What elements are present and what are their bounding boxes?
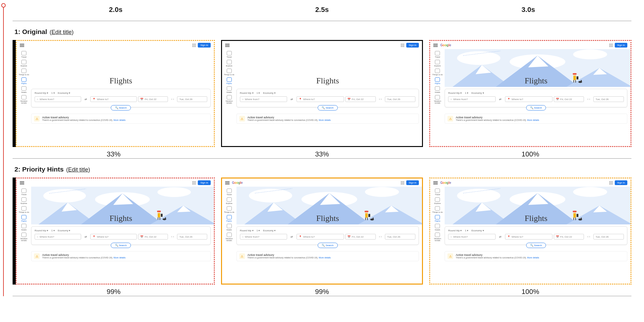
- swap-icon[interactable]: ⇄: [82, 235, 89, 238]
- return-date-field[interactable]: Tue, Oct 26: [593, 96, 624, 102]
- sidebar-item[interactable]: Flights: [18, 215, 30, 222]
- pax-chip[interactable]: 1: [51, 229, 55, 232]
- sidebar-item[interactable]: Explore: [223, 60, 235, 67]
- sidebar-item[interactable]: Things to do: [18, 206, 30, 213]
- swap-icon[interactable]: ⇄: [82, 98, 89, 101]
- search-button[interactable]: 🔍 Search: [318, 243, 338, 248]
- from-field[interactable]: ○ Where from?: [448, 234, 496, 240]
- edit-title-link[interactable]: Edit title: [66, 167, 90, 173]
- class-chip[interactable]: Economy: [58, 92, 70, 94]
- apps-icon[interactable]: [609, 43, 613, 47]
- frame-handle[interactable]: [13, 178, 16, 285]
- pax-chip[interactable]: 1: [257, 229, 260, 232]
- depart-date-field[interactable]: 📅 Fri, Oct 22: [345, 96, 376, 102]
- sidebar-item[interactable]: Explore: [18, 197, 30, 204]
- trip-type-chip[interactable]: Round trip: [240, 229, 253, 232]
- hamburger-icon[interactable]: [225, 44, 230, 47]
- search-button[interactable]: 🔍 Search: [111, 243, 131, 248]
- frame[interactable]: Google Sign in TravelExploreThings to do…: [429, 40, 631, 147]
- to-field[interactable]: 📍 Where to?: [505, 96, 552, 102]
- signin-button[interactable]: Sign in: [406, 180, 419, 185]
- class-chip[interactable]: Economy: [471, 229, 484, 232]
- apps-icon[interactable]: [401, 181, 404, 185]
- apps-icon[interactable]: [401, 43, 404, 47]
- sidebar-item[interactable]: Vacation rentals: [18, 233, 30, 241]
- advisory-more-link[interactable]: More details: [527, 257, 539, 259]
- class-chip[interactable]: Economy: [58, 229, 70, 232]
- hamburger-icon[interactable]: [225, 181, 230, 184]
- class-chip[interactable]: Economy: [471, 92, 484, 94]
- trip-type-chip[interactable]: Round trip: [35, 229, 48, 232]
- depart-date-field[interactable]: 📅 Fri, Oct 22: [554, 234, 584, 240]
- sidebar-item[interactable]: Vacation rentals: [223, 233, 235, 241]
- trip-type-chip[interactable]: Round trip: [35, 92, 48, 94]
- frame[interactable]: Google Sign in TravelExploreThings to do…: [221, 40, 423, 147]
- advisory-more-link[interactable]: More details: [527, 119, 539, 121]
- trip-type-chip[interactable]: Round trip: [448, 229, 462, 232]
- return-date-field[interactable]: Tue, Oct 26: [177, 96, 207, 102]
- signin-button[interactable]: Sign in: [406, 43, 419, 48]
- to-field[interactable]: 📍 Where to?: [297, 96, 344, 102]
- sidebar-item[interactable]: Vacation rentals: [431, 233, 443, 241]
- signin-button[interactable]: Sign in: [615, 180, 627, 185]
- sidebar-item[interactable]: Travel: [18, 51, 30, 58]
- screenshot-thumb[interactable]: Google Sign in TravelExploreThings to do…: [429, 40, 631, 147]
- trip-type-chip[interactable]: Round trip: [448, 92, 462, 94]
- frame-handle[interactable]: [13, 40, 16, 147]
- sidebar-item[interactable]: Hotels: [223, 224, 235, 231]
- sidebar-item[interactable]: Vacation rentals: [431, 95, 443, 104]
- sidebar-item[interactable]: Explore: [431, 60, 443, 67]
- sidebar-item[interactable]: Things to do: [431, 206, 443, 213]
- to-field[interactable]: 📍 Where to?: [90, 234, 137, 240]
- class-chip[interactable]: Economy: [263, 229, 276, 232]
- sidebar-item[interactable]: Explore: [223, 197, 235, 204]
- sidebar-item[interactable]: Hotels: [223, 86, 235, 93]
- hamburger-icon[interactable]: [20, 181, 24, 184]
- depart-date-field[interactable]: 📅 Fri, Oct 22: [138, 96, 168, 102]
- sidebar-item[interactable]: Vacation rentals: [223, 95, 235, 104]
- to-field[interactable]: 📍 Where to?: [297, 234, 344, 240]
- trip-type-chip[interactable]: Round trip: [240, 92, 253, 94]
- swap-icon[interactable]: ⇄: [497, 235, 504, 238]
- to-field[interactable]: 📍 Where to?: [505, 234, 552, 240]
- from-field[interactable]: ○ Where from?: [35, 234, 81, 240]
- swap-icon[interactable]: ⇄: [288, 98, 295, 101]
- search-button[interactable]: 🔍 Search: [526, 105, 546, 110]
- from-field[interactable]: ○ Where from?: [448, 96, 496, 102]
- screenshot-thumb[interactable]: Google Sign in TravelExploreThings to do…: [221, 178, 423, 285]
- sidebar-item[interactable]: Hotels: [431, 86, 443, 93]
- depart-date-field[interactable]: 📅 Fri, Oct 22: [345, 234, 376, 240]
- sidebar-item[interactable]: Explore: [431, 197, 443, 204]
- sidebar-item[interactable]: Hotels: [18, 224, 30, 231]
- frame[interactable]: Google Sign in TravelExploreThings to do…: [13, 178, 215, 285]
- apps-icon[interactable]: [609, 181, 613, 185]
- search-button[interactable]: 🔍 Search: [318, 105, 338, 110]
- depart-date-field[interactable]: 📅 Fri, Oct 22: [138, 234, 168, 240]
- pax-chip[interactable]: 1: [257, 92, 260, 94]
- from-field[interactable]: ○ Where from?: [240, 96, 287, 102]
- return-date-field[interactable]: Tue, Oct 26: [177, 234, 207, 240]
- sidebar-item[interactable]: Flights: [431, 215, 443, 222]
- screenshot-thumb[interactable]: Google Sign in TravelExploreThings to do…: [221, 40, 423, 147]
- signin-button[interactable]: Sign in: [198, 43, 210, 48]
- frame[interactable]: Google Sign in TravelExploreThings to do…: [13, 40, 215, 147]
- class-chip[interactable]: Economy: [263, 92, 276, 94]
- pax-chip[interactable]: 1: [465, 92, 468, 94]
- return-date-field[interactable]: Tue, Oct 26: [385, 96, 415, 102]
- edit-title-link[interactable]: Edit title: [50, 29, 74, 36]
- sidebar-item[interactable]: Hotels: [431, 224, 443, 231]
- sidebar-item[interactable]: Explore: [18, 60, 30, 67]
- sidebar-item[interactable]: Things to do: [223, 206, 235, 213]
- sidebar-item[interactable]: Travel: [223, 51, 235, 58]
- signin-button[interactable]: Sign in: [615, 43, 627, 48]
- advisory-more-link[interactable]: More details: [114, 119, 125, 121]
- sidebar-item[interactable]: Flights: [431, 77, 443, 84]
- from-field[interactable]: ○ Where from?: [35, 96, 81, 102]
- sidebar-item[interactable]: Flights: [18, 77, 30, 84]
- screenshot-thumb[interactable]: Google Sign in TravelExploreThings to do…: [16, 40, 215, 147]
- sidebar-item[interactable]: Hotels: [18, 86, 30, 93]
- pax-chip[interactable]: 1: [465, 229, 468, 232]
- hamburger-icon[interactable]: [433, 181, 438, 184]
- return-date-field[interactable]: Tue, Oct 26: [593, 234, 624, 240]
- sidebar-item[interactable]: Travel: [223, 189, 235, 195]
